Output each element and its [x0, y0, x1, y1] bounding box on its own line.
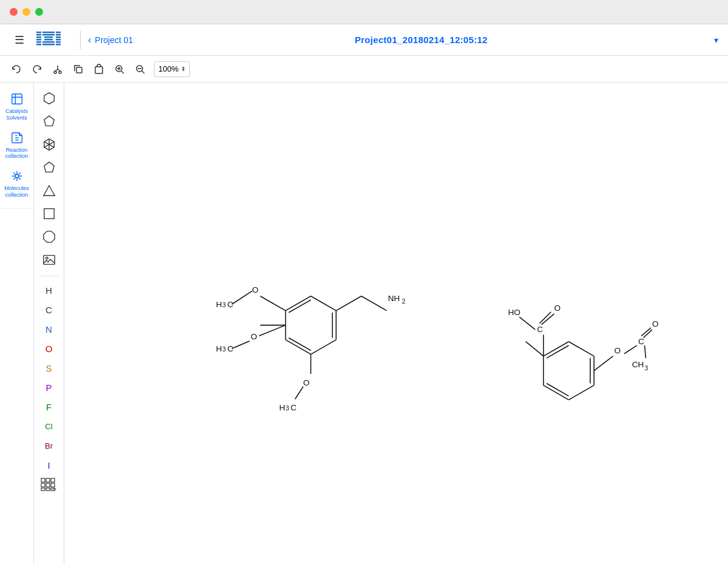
svg-text:3: 3: [286, 405, 289, 412]
svg-line-81: [232, 291, 252, 304]
svg-text:HO: HO: [508, 308, 520, 317]
svg-text:2: 2: [402, 298, 405, 305]
svg-rect-12: [56, 32, 61, 33]
atom-F-button[interactable]: F: [38, 398, 60, 416]
svg-rect-13: [56, 34, 61, 36]
octagon-tool[interactable]: [38, 226, 60, 248]
svg-text:O: O: [252, 285, 258, 294]
atom-N-button[interactable]: N: [38, 320, 60, 338]
periodic-table-button[interactable]: PT: [38, 475, 60, 494]
triangle-tool[interactable]: [38, 180, 60, 202]
svg-rect-1: [36, 34, 41, 36]
zoom-in-button[interactable]: [110, 60, 129, 78]
svg-text:PT: PT: [53, 488, 56, 491]
svg-rect-54: [43, 256, 54, 265]
atom-I-button[interactable]: I: [38, 456, 60, 474]
svg-text:O: O: [251, 332, 257, 341]
svg-marker-50: [44, 162, 54, 172]
svg-rect-9: [44, 39, 53, 41]
svg-marker-45: [44, 116, 54, 126]
hexagon-filled-tool[interactable]: [38, 87, 60, 109]
maximize-button[interactable]: [35, 8, 43, 16]
atom-O-button[interactable]: O: [38, 339, 60, 358]
zoom-control[interactable]: 100% ⬍: [154, 61, 190, 77]
svg-rect-6: [42, 32, 55, 33]
canvas-area[interactable]: .mol-text { font-family: Arial, sans-ser…: [64, 83, 728, 564]
svg-line-20: [55, 69, 58, 71]
svg-text:H: H: [216, 300, 222, 309]
svg-point-18: [54, 71, 56, 73]
minimize-button[interactable]: [22, 8, 30, 16]
svg-line-43: [18, 172, 20, 174]
svg-line-79: [260, 296, 286, 311]
svg-line-41: [18, 178, 20, 180]
window-chrome: [0, 0, 728, 24]
svg-rect-60: [46, 483, 50, 487]
cut-button[interactable]: [49, 60, 67, 78]
atom-C-button[interactable]: C: [38, 301, 60, 319]
image-tool[interactable]: [38, 249, 60, 271]
svg-rect-2: [36, 36, 41, 38]
close-button[interactable]: [10, 8, 18, 16]
hexagon-empty-tool[interactable]: [38, 134, 60, 155]
copy-button[interactable]: [69, 60, 87, 78]
svg-marker-44: [44, 93, 54, 104]
atom-P-button[interactable]: P: [38, 378, 60, 396]
pentagon-filled-tool[interactable]: [38, 110, 60, 132]
svg-rect-15: [56, 39, 61, 41]
zoom-out-button[interactable]: [131, 60, 149, 78]
shape-tools-divider: [40, 276, 58, 276]
svg-line-31: [142, 71, 144, 73]
project-dropdown-button[interactable]: ▾: [714, 35, 718, 45]
atom-S-button[interactable]: S: [38, 359, 60, 377]
svg-rect-16: [56, 41, 61, 43]
redo-button[interactable]: [28, 60, 46, 78]
svg-marker-53: [43, 231, 54, 242]
svg-text:C: C: [228, 344, 234, 353]
sidebar-item-molecules-collection[interactable]: Moleculescollection: [0, 165, 34, 203]
svg-line-67: [311, 296, 336, 311]
project-title: Project01_20180214_12:05:12: [133, 35, 709, 45]
atom-H-button[interactable]: H: [38, 281, 60, 299]
svg-point-19: [59, 71, 61, 73]
svg-line-115: [594, 356, 613, 371]
svg-line-94: [295, 387, 303, 399]
reaction-collection-label: Reactioncollection: [5, 147, 29, 160]
svg-line-107: [526, 342, 544, 356]
svg-rect-61: [51, 483, 55, 487]
main-layout: CatalystsSolvents Reactioncollection: [0, 83, 728, 564]
svg-point-35: [15, 174, 19, 178]
atom-Br-button[interactable]: Br: [38, 437, 60, 455]
atom-Cl-button[interactable]: Cl: [38, 417, 60, 435]
svg-rect-4: [36, 41, 41, 43]
pentagon-empty-tool[interactable]: [38, 157, 60, 178]
svg-text:O: O: [652, 319, 659, 328]
svg-line-104: [547, 345, 568, 358]
svg-rect-10: [42, 41, 55, 43]
svg-text:O: O: [303, 378, 310, 387]
back-button[interactable]: ‹ Project 01: [88, 35, 133, 46]
svg-text:H: H: [216, 344, 222, 353]
svg-rect-24: [95, 67, 103, 73]
svg-line-76: [362, 296, 387, 311]
svg-line-117: [624, 345, 637, 354]
svg-rect-0: [36, 32, 41, 33]
svg-rect-14: [56, 36, 61, 38]
undo-button[interactable]: [7, 60, 25, 78]
sidebar-item-catalysts-solvents[interactable]: CatalystsSolvents: [0, 87, 34, 126]
sidebar-item-reaction-collection[interactable]: Reactioncollection: [0, 126, 34, 165]
svg-line-69: [311, 340, 336, 355]
svg-text:C: C: [291, 403, 297, 412]
square-tool[interactable]: [38, 203, 60, 225]
app: ☰: [0, 24, 728, 564]
back-arrow-icon: ‹: [88, 35, 91, 46]
toolbar: 100% ⬍: [0, 56, 728, 83]
zoom-stepper-icon: ⬍: [181, 66, 186, 72]
hamburger-button[interactable]: ☰: [10, 30, 29, 50]
paste-button[interactable]: [90, 60, 108, 78]
svg-point-55: [46, 257, 48, 259]
svg-line-88: [232, 341, 249, 349]
shape-tools-sidebar: H C N O S P F Cl Br I: [34, 83, 64, 564]
svg-text:H: H: [279, 403, 285, 412]
svg-line-21: [58, 69, 60, 71]
